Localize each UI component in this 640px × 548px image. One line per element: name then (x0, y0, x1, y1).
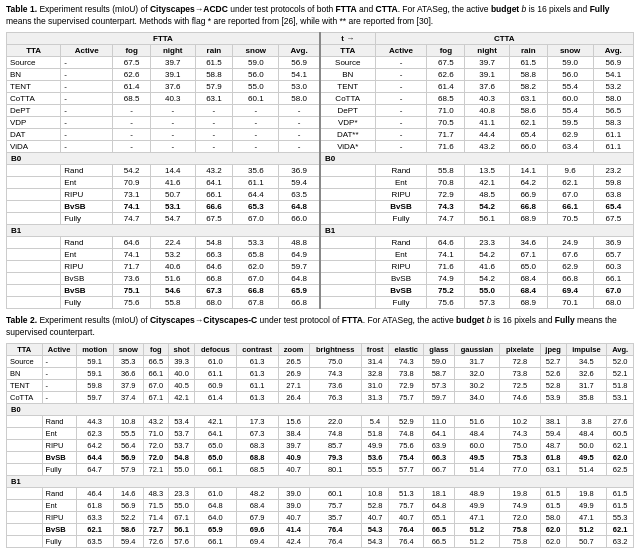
b0-section-header: B0 B0 (7, 152, 634, 164)
t2-glass: glass (424, 343, 454, 355)
t2-snow: snow (113, 343, 143, 355)
t2-motion: motion (76, 343, 113, 355)
table-row: RIPU71.740.664.662.059.7 RIPU71.641.665.… (7, 260, 634, 272)
table-row: TENT-61.437.657.955.053.0 TENT-61.437.65… (7, 80, 634, 92)
table2: TTA Active motion snow fog shot defocus … (6, 343, 634, 548)
table-row: DePT------ DePT-71.040.858.655.456.5 (7, 104, 634, 116)
table-row: Source-67.539.761.559.056.9 Source-67.53… (7, 56, 634, 68)
table-row: Source-59.135.366.539.361.061.326.575.03… (7, 355, 634, 367)
col-fog-f: fog (113, 44, 151, 56)
t2-contrast: contrast (236, 343, 278, 355)
table-row: RIPU73.150.766.164.463.5 RIPU72.948.566.… (7, 188, 634, 200)
t2-elastic: elastic (389, 343, 424, 355)
table-row: TENT-59.837.967.040.560.961.127.173.631.… (7, 379, 634, 391)
table-row: BvSB75.154.667.366.865.9 BvSB75.255.068.… (7, 284, 634, 296)
t2-b1-header: B1 (7, 475, 634, 487)
col-rain-c: rain (509, 44, 547, 56)
ctta-header: CTTA (375, 32, 633, 44)
table-row: Fully63.559.472.657.666.169.442.476.454.… (7, 535, 634, 547)
table-row: RIPU63.352.271.467.164.067.940.735.740.7… (7, 511, 634, 523)
col-tta-f: TTA (7, 44, 61, 56)
t2-gaussian: gaussian (454, 343, 500, 355)
table-row: Fully75.655.868.067.866.8 Fully75.657.36… (7, 296, 634, 308)
col-tta-c: TTA (320, 44, 375, 56)
t2-pixelate: pixelate (500, 343, 540, 355)
t2-fog: fog (143, 343, 168, 355)
col-active-c: Active (375, 44, 427, 56)
t2-shot: shot (168, 343, 194, 355)
col-snow-f: snow (233, 44, 279, 56)
col-rain-f: rain (195, 44, 233, 56)
table-row: Rand44.310.843.253.442.117.315.622.05.45… (7, 415, 634, 427)
col-night-f: night (151, 44, 195, 56)
table-row: Ent70.941.664.161.159.4 Ent70.842.164.26… (7, 176, 634, 188)
table-row: VDP------ VDP*-70.541.162.159.558.3 (7, 116, 634, 128)
col-fog-c: fog (427, 44, 465, 56)
table-row: Fully64.757.972.155.066.168.540.780.155.… (7, 463, 634, 475)
col-active-f: Active (61, 44, 113, 56)
t2-impulse: impulse (566, 343, 607, 355)
table-row: BvSB62.158.672.756.165.969.641.476.454.3… (7, 523, 634, 535)
ftta-header: FTTA (7, 32, 320, 44)
t2-active: Active (42, 343, 76, 355)
col-avg-c: Avg. (593, 44, 633, 56)
t2-frost: frost (361, 343, 388, 355)
table-row: Fully74.754.767.567.066.0 Fully74.756.16… (7, 212, 634, 224)
t2-avg: Avg. (607, 343, 634, 355)
table-row: Rand54.214.443.235.636.9 Rand55.813.514.… (7, 164, 634, 176)
table-row: Rand64.622.454.853.348.8 Rand64.623.334.… (7, 236, 634, 248)
table2-caption: Table 2. Experiment results (mIoU) of Ci… (6, 315, 634, 339)
b1-section-header: B1 B1 (7, 224, 634, 236)
col-night-c: night (465, 44, 509, 56)
table-row: Ent61.856.971.555.064.868.439.075.752.87… (7, 499, 634, 511)
table-row: CoTTA-59.737.467.142.161.461.326.476.331… (7, 391, 634, 403)
col-snow-c: snow (547, 44, 593, 56)
table-row: BvSB74.153.166.665.364.8 BvSB74.354.266.… (7, 200, 634, 212)
table-row: Ent74.153.266.365.864.9 Ent74.154.267.16… (7, 248, 634, 260)
table1: FTTA t → CTTA TTA Active fog night rain … (6, 32, 634, 309)
t-arrow: t → (320, 32, 375, 44)
table-row: RIPU64.256.472.053.765.068.339.785.749.9… (7, 439, 634, 451)
table-row: ViDA------ ViDA*-71.643.266.063.461.1 (7, 140, 634, 152)
page: Table 1. Experiment results (mIoU) of Ci… (0, 0, 640, 548)
table1-caption: Table 1. Experiment results (mIoU) of Ci… (6, 4, 634, 28)
t2-brightness: brightness (309, 343, 361, 355)
t2-jpeg: jpeg (540, 343, 566, 355)
table-row: BvSB64.456.972.054.865.068.840.979.353.6… (7, 451, 634, 463)
t2-zoom: zoom (278, 343, 309, 355)
t2-defocus: defocus (195, 343, 236, 355)
table-row: CoTTA-68.540.363.160.158.0 CoTTA-68.540.… (7, 92, 634, 104)
t2-tta: TTA (7, 343, 43, 355)
table-row: BN-59.136.666.140.061.161.326.974.332.87… (7, 367, 634, 379)
table-row: Rand46.414.648.323.361.048.239.060.110.8… (7, 487, 634, 499)
table-row: Ent62.355.571.053.764.167.338.474.851.87… (7, 427, 634, 439)
table-row: DAT------ DAT**-71.744.465.462.961.1 (7, 128, 634, 140)
t2-b0-header: B0 (7, 403, 634, 415)
col-avg-f: Avg. (279, 44, 320, 56)
table-row: BN-62.639.158.856.054.1 BN-62.639.158.85… (7, 68, 634, 80)
table-row: BvSB73.651.666.867.064.8 BvSB74.954.268.… (7, 272, 634, 284)
